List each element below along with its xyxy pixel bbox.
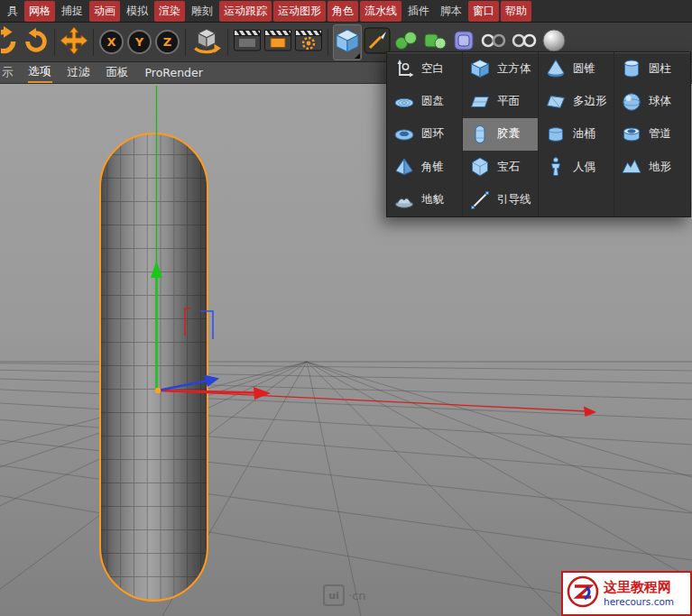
coordinate-system-button[interactable]: [190, 25, 223, 60]
site-watermark-text: 这里教程网 herecours.com: [604, 580, 674, 606]
primitive-item-capsule[interactable]: 胶囊: [463, 118, 539, 151]
primitive-item-cone[interactable]: 圆锥: [539, 52, 614, 85]
primitive-item-landscape[interactable]: 地形: [614, 151, 690, 183]
primitive-label: 平面: [497, 94, 520, 109]
menu-item-script[interactable]: 脚本: [436, 1, 466, 22]
primitive-item-oil-tank[interactable]: 油桶: [539, 118, 614, 151]
menu-item-help[interactable]: 帮助: [501, 1, 531, 22]
add-primitive-button[interactable]: [333, 24, 362, 60]
primitive-item-guide[interactable]: 引导线: [463, 184, 539, 216]
render-picture-viewer-button[interactable]: [263, 25, 292, 60]
primitive-label: 立方体: [497, 61, 531, 77]
move-arrows-icon: [60, 26, 88, 59]
undo-icon: [1, 25, 19, 60]
menu-item-window[interactable]: 窗口: [468, 1, 499, 22]
primitive-item-relief[interactable]: 地貌: [387, 184, 463, 216]
coordinate-cube-icon: [190, 25, 223, 60]
primitive-item-plane[interactable]: 平面: [463, 85, 539, 117]
menu-item-tools-partial[interactable]: 具: [3, 1, 23, 22]
primitives-dropdown-panel: 空白 立方体 圆锥: [386, 51, 691, 217]
undo-button[interactable]: [1, 25, 21, 60]
move-tool-button[interactable]: [60, 25, 88, 60]
primitive-item-null[interactable]: 空白: [387, 52, 463, 85]
landscape-icon: [621, 156, 642, 178]
lock-x-axis-button[interactable]: X: [99, 30, 124, 54]
render-picture-icon: [263, 28, 292, 57]
primitive-label: 胶囊: [497, 126, 520, 142]
primitive-label: 圆盘: [421, 94, 444, 109]
primitive-label: 宝石: [497, 160, 520, 175]
primitive-label: 球体: [649, 94, 671, 109]
relief-icon: [393, 189, 415, 211]
primitive-label: 空白: [421, 61, 444, 77]
primitive-item-cylinder[interactable]: 圆柱: [614, 52, 690, 85]
primitive-label: 油桶: [573, 126, 595, 142]
menu-item-simulate[interactable]: 模拟: [122, 1, 152, 22]
menu-item-render[interactable]: 渲染: [154, 1, 185, 22]
tube-icon: [621, 124, 642, 145]
toolbar-separator: [227, 29, 228, 56]
capsule-object[interactable]: [100, 133, 208, 601]
menu-item-sculpt[interactable]: 雕刻: [187, 1, 217, 22]
render-settings-button[interactable]: [294, 25, 323, 60]
torus-icon: [393, 124, 415, 145]
primitive-item-figure[interactable]: 人偶: [539, 151, 614, 183]
x-axis-label: X: [106, 35, 115, 49]
x-axis-arrow[interactable]: [254, 387, 271, 400]
toolbar-separator: [93, 29, 94, 56]
site-url: herecours.com: [604, 596, 674, 607]
primitive-item-pyramid[interactable]: 角锥: [387, 151, 463, 183]
redo-icon: [23, 27, 50, 58]
site-watermark: 这里教程网 herecours.com: [561, 571, 692, 616]
primitive-item-tube[interactable]: 管道: [614, 118, 690, 151]
primitive-item-polygon[interactable]: 多边形: [539, 85, 614, 117]
y-axis-label: Y: [135, 35, 143, 49]
lock-z-axis-button[interactable]: Z: [155, 30, 180, 54]
site-logo-icon: [567, 575, 599, 611]
tab-panel[interactable]: 面板: [106, 63, 130, 82]
menu-item-plugins[interactable]: 插件: [403, 1, 434, 22]
gem-icon: [469, 156, 491, 178]
tab-filter[interactable]: 过滤: [67, 63, 91, 82]
menu-item-mograph[interactable]: 运动图形: [273, 1, 326, 22]
toolbar-separator: [54, 29, 55, 56]
primitive-label: 地貌: [421, 192, 444, 207]
primitive-label: 多边形: [573, 94, 607, 109]
primitive-item-torus[interactable]: 圆环: [387, 118, 463, 151]
menu-item-character[interactable]: 角色: [328, 1, 358, 22]
menu-item-motion-tracker[interactable]: 运动跟踪: [219, 1, 272, 22]
gizmo-origin-dot[interactable]: [155, 388, 161, 393]
figure-icon: [545, 156, 567, 178]
render-view-button[interactable]: [233, 25, 262, 60]
lock-y-axis-button[interactable]: Y: [127, 30, 152, 54]
oil-tank-icon: [545, 124, 567, 145]
redo-button[interactable]: [23, 25, 50, 60]
menu-item-pipeline[interactable]: 流水线: [360, 1, 401, 22]
plane-icon: [469, 91, 491, 113]
menu-item-animate[interactable]: 动画: [89, 1, 120, 22]
disc-icon: [393, 91, 415, 113]
cylinder-icon: [621, 58, 642, 79]
null-object-icon: [393, 58, 415, 79]
x-axis-line: [158, 391, 586, 411]
polygon-icon: [545, 91, 567, 113]
cone-icon: [545, 58, 567, 79]
toolbar-separator: [185, 29, 186, 56]
z-axis-label: Z: [163, 35, 171, 49]
primitive-item-sphere[interactable]: 球体: [614, 85, 690, 117]
primitive-label: 地形: [649, 160, 671, 175]
tab-options[interactable]: 选项: [28, 62, 52, 83]
tab-prorender[interactable]: ProRender: [144, 64, 204, 81]
menu-item-snap[interactable]: 捕捉: [57, 1, 88, 22]
capsule-icon: [469, 124, 491, 145]
menu-item-mesh[interactable]: 网格: [24, 1, 55, 22]
primitive-item-disc[interactable]: 圆盘: [387, 85, 463, 117]
primitive-item-gem[interactable]: 宝石: [463, 151, 539, 183]
primitive-item-cube[interactable]: 立方体: [463, 52, 539, 85]
primitive-label: 引导线: [497, 192, 531, 207]
render-settings-gear-icon: [294, 28, 323, 57]
primitive-label: 角锥: [421, 160, 444, 175]
ui-cn-watermark: ui ·cn: [323, 584, 366, 606]
primitive-label: 管道: [649, 126, 671, 142]
site-name: 这里教程网: [604, 580, 674, 595]
